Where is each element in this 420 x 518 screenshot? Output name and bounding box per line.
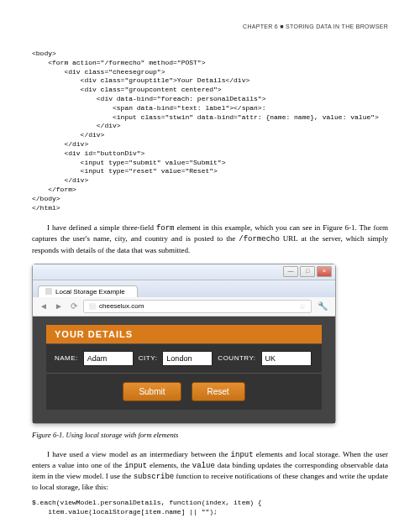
chapter-header: CHAPTER 6 ■ STORING DATA IN THE BROWSER: [32, 24, 388, 29]
forward-button[interactable]: ►: [53, 301, 65, 312]
tab-title: Local Storage Example: [55, 288, 125, 296]
cb-l2: item.value(localStorage[item.name] || ""…: [32, 508, 218, 515]
submit-button[interactable]: Submit: [123, 382, 181, 401]
settings-icon[interactable]: 🔧: [315, 301, 330, 311]
browser-window: — □ × Local Storage Example ◄ ► ⟳ cheese…: [32, 264, 336, 424]
page-icon: [45, 288, 52, 295]
address-bar[interactable]: cheeselux.com ☆: [83, 300, 312, 313]
site-icon: [89, 303, 96, 310]
reload-button[interactable]: ⟳: [68, 301, 80, 312]
code-listing-top: <body> <form action="/formecho" method="…: [32, 50, 388, 212]
window-titlebar: — □ ×: [33, 264, 335, 280]
p1-text-a: I have defined a simple three-field: [47, 223, 156, 232]
paragraph-1: I have defined a simple three-field form…: [32, 222, 388, 254]
country-label: COUNTRY:: [218, 354, 255, 362]
page-content: YOUR DETAILS NAME: CITY: COUNTRY: Submit…: [33, 317, 335, 423]
p2-text-c: elements, the: [147, 461, 192, 469]
maximize-button[interactable]: □: [300, 266, 315, 277]
country-input[interactable]: [261, 351, 312, 366]
button-row: Submit Reset: [46, 373, 322, 410]
p2-text-a: I have used a view model as an intermedi…: [47, 450, 231, 458]
reset-button[interactable]: Reset: [192, 382, 245, 401]
figure-caption: Figure 6-1. Using local storage with for…: [32, 431, 388, 439]
url-text: cheeselux.com: [99, 302, 144, 310]
name-label: NAME:: [55, 354, 78, 362]
code-listing-bottom: $.each(viewModel.personalDetails, functi…: [32, 499, 388, 518]
bookmark-icon[interactable]: ☆: [299, 302, 306, 311]
tab-strip: Local Storage Example: [33, 280, 335, 297]
section-title: YOUR DETAILS: [46, 325, 322, 343]
minimize-button[interactable]: —: [283, 266, 298, 277]
city-label: CITY:: [139, 354, 158, 362]
details-row: NAME: CITY: COUNTRY:: [46, 343, 322, 373]
p1-mono-a: form: [156, 224, 175, 233]
browser-tab[interactable]: Local Storage Example: [38, 285, 138, 297]
name-input[interactable]: [83, 351, 134, 366]
back-button[interactable]: ◄: [38, 301, 50, 312]
p1-mono-b: /formecho: [239, 235, 280, 243]
p2-mono-b: input: [124, 462, 147, 470]
paragraph-2: I have used a view model as an intermedi…: [32, 449, 388, 493]
cb-l1: $.each(viewModel.personalDetails, functi…: [32, 499, 262, 506]
p2-mono-c: value: [192, 462, 215, 470]
p2-mono-d: subscribe: [134, 473, 175, 481]
figure-6-1: — □ × Local Storage Example ◄ ► ⟳ cheese…: [32, 264, 388, 424]
p2-mono-a: input: [231, 451, 254, 459]
close-button[interactable]: ×: [317, 266, 332, 277]
toolbar: ◄ ► ⟳ cheeselux.com ☆ 🔧: [33, 297, 335, 317]
city-input[interactable]: [162, 351, 213, 366]
